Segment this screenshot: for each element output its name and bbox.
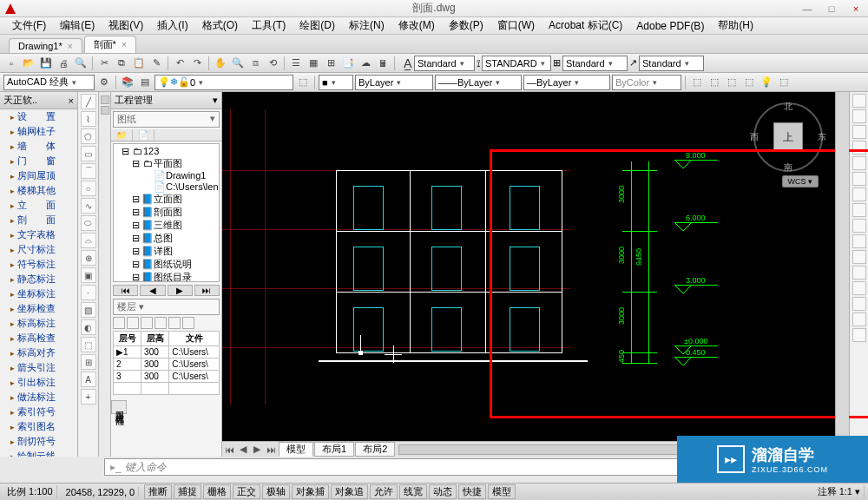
zoom-prev-icon[interactable]: ⟲ [265,56,280,71]
view-cube[interactable]: 上 北 南 东 西 [753,102,823,172]
mleader-style-combo[interactable]: Standard [639,56,704,71]
sidebar-item[interactable]: 门 窗 [0,154,77,168]
dim-style-combo[interactable]: STANDARD [482,56,551,71]
mirror-icon[interactable] [852,125,866,139]
drawing-tree[interactable]: ⊟🗀123⊟🗀平面图📄Drawing1📄C:\Users\len⊟📘立面图⊟📘剖… [113,143,220,282]
plotstyle-combo[interactable]: ByColor [612,75,681,90]
prev-icon[interactable]: ◀ [140,285,165,296]
tree-item[interactable]: 📄Drawing1 [115,170,217,181]
drawing-canvas[interactable]: 9.000 6.000 3.000 ±0.000 0.450 3000 3000… [222,92,849,457]
sidebar-item[interactable]: 立 面 [0,198,77,213]
ellipse-arc-icon[interactable]: ⌓ [81,233,96,248]
tb-icon[interactable]: ⬚ [707,75,722,90]
chamfer-icon[interactable] [852,297,866,311]
tab-folder[interactable]: 📁 [111,129,133,141]
status-toggle[interactable]: 允许 [370,484,398,499]
floor-tool-icon[interactable] [141,317,153,329]
status-toggle[interactable]: 栅格 [203,484,231,499]
layout-tab-model[interactable]: 模型 [279,442,313,457]
tb-icon[interactable]: ⬚ [741,75,757,90]
maximize-button[interactable]: □ [819,1,844,16]
tb-icon[interactable]: 💡 [759,75,774,90]
sidebar-item[interactable]: 标高检查 [0,331,77,345]
calc-icon[interactable]: 🖩 [375,56,391,71]
close-tab-icon[interactable]: × [68,42,73,51]
workspace-combo[interactable]: AutoCAD 经典 [3,75,95,90]
sidebar-item[interactable]: 坐标检查 [0,301,77,316]
sidebar-item[interactable]: 静态标注 [0,272,77,286]
move-icon[interactable] [852,172,866,186]
close-tab-icon[interactable]: × [122,40,127,49]
menu-view[interactable]: 视图(V) [102,16,150,35]
offset-icon[interactable] [852,141,866,155]
last-icon[interactable]: ⏭ [194,285,220,296]
sidebar-item[interactable]: 剖切符号 [0,434,77,449]
close-button[interactable]: × [844,1,868,16]
rectangle-icon[interactable]: ▭ [81,146,96,161]
first-icon[interactable]: ⏮ [113,285,138,296]
status-toggle[interactable]: 对象追 [331,484,368,499]
sidebar-item[interactable]: 做法标注 [0,390,77,405]
properties-icon[interactable]: ☰ [288,56,304,71]
cut-icon[interactable]: ✂ [96,56,112,71]
status-toggle[interactable]: 捕捉 [174,484,201,499]
floor-tool-icon[interactable] [155,317,167,329]
block-icon[interactable]: ▣ [81,267,96,283]
erase-icon[interactable] [852,94,866,108]
menu-adobepdf[interactable]: Adobe PDF(B) [629,18,711,34]
table-style-combo[interactable]: Standard [562,56,628,71]
layer-iso-icon[interactable]: ⬚ [295,75,311,90]
mtext-icon[interactable]: A [81,372,96,387]
tab-last-icon[interactable]: ⏭ [264,444,278,455]
sidebar-item[interactable]: 引出标注 [0,375,77,390]
sidebar-item[interactable]: 楼梯其他 [0,183,77,198]
gradient-icon[interactable]: ◐ [81,319,96,335]
region-icon[interactable]: ⬚ [81,337,96,352]
status-toggle[interactable]: 推断 [144,484,172,499]
status-toggle[interactable]: 正交 [233,484,260,499]
sidebar-item[interactable]: 标高对齐 [0,345,77,360]
lineweight-combo[interactable]: — ByLayer [523,75,610,90]
scale-icon[interactable] [852,203,866,217]
menu-tools[interactable]: 工具(T) [245,16,293,35]
tab-prev-icon[interactable]: ◀ [236,444,250,455]
doc-tab-section[interactable]: 剖面*× [84,36,136,53]
pan-icon[interactable]: ✋ [213,56,228,71]
wcs-badge[interactable]: WCS ▾ [782,175,819,188]
menu-format[interactable]: 格式(O) [195,16,245,35]
panel-close-icon[interactable]: × [69,95,74,106]
copy-mod-icon[interactable] [852,109,866,123]
floor-tool-icon[interactable] [127,317,139,329]
extend-icon[interactable] [852,250,866,264]
status-toggle[interactable]: 快捷 [458,484,486,499]
tree-item[interactable]: ⊟📘详图 [115,245,217,258]
tree-item[interactable]: ⊟🗀123 [115,146,217,157]
layout-tab-1[interactable]: 布局1 [314,442,354,457]
polyline-icon[interactable]: ⌇ [81,111,96,127]
design-center-icon[interactable]: ▦ [306,56,321,71]
floor-table[interactable]: 层号层高文件 ▶1300C:\Users\ 2300C:\Users\ 3300… [113,331,220,395]
floor-tool-icon[interactable] [182,317,194,329]
linetype2-combo[interactable]: —— ByLayer [435,75,522,90]
menu-modify[interactable]: 修改(M) [391,16,442,35]
menu-insert[interactable]: 插入(I) [150,16,194,35]
tree-item[interactable]: ⊟📘总图 [115,232,217,245]
sidebar-item[interactable]: 绘制云线 [0,449,77,457]
zoom-window-icon[interactable]: ⧈ [247,56,263,71]
status-toggle[interactable]: 对象捕 [292,484,329,499]
tree-item[interactable]: ⊟📘图纸目录 [115,271,217,282]
menu-file[interactable]: 文件(F) [5,16,53,35]
layout-tab-2[interactable]: 布局2 [355,442,395,457]
print-icon[interactable]: 🖨 [56,56,71,71]
sidebar-item[interactable]: 文字表格 [0,227,77,242]
tree-item[interactable]: ⊟📘立面图 [115,193,217,206]
text-style-combo[interactable]: Standard [414,56,475,71]
sidebar-item[interactable]: 设 置 [0,109,77,124]
layer-states-icon[interactable]: ▤ [137,75,153,90]
markup-icon[interactable]: ☁ [358,56,373,71]
anno-scale[interactable]: 注释 1:1 ▾ [814,485,865,498]
explode-icon[interactable] [852,328,866,342]
sidebar-item[interactable]: 索引图名 [0,419,77,434]
table-icon[interactable]: ⊞ [81,354,96,370]
status-toggle[interactable]: 极轴 [262,484,290,499]
